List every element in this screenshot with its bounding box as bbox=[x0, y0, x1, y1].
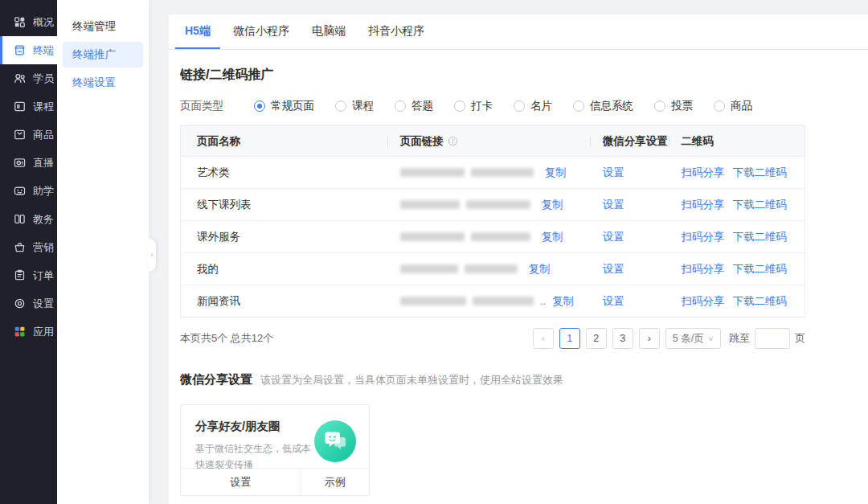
copy-link[interactable]: 复制 bbox=[545, 166, 567, 180]
tab-pc[interactable]: 电脑端 bbox=[302, 14, 355, 49]
qrcode-cell: 扫码分享下载二维码 bbox=[669, 221, 805, 253]
setting-link[interactable]: 设置 bbox=[603, 166, 624, 178]
page-link-cell: ..复制 bbox=[387, 285, 590, 318]
tab-douyin-mini[interactable]: 抖音小程序 bbox=[358, 14, 434, 49]
scan-share-link[interactable]: 扫码分享 bbox=[682, 230, 725, 244]
page-type-radio[interactable]: 名片 bbox=[514, 99, 552, 113]
download-qrcode-link[interactable]: 下载二维码 bbox=[733, 294, 788, 309]
settings-gear-icon bbox=[13, 297, 27, 310]
download-qrcode-link[interactable]: 下载二维码 bbox=[733, 262, 788, 277]
sidebar-collapse-handle[interactable]: ‹ bbox=[148, 238, 156, 272]
redacted-link: 复制 bbox=[400, 198, 590, 212]
radio-option-label: 信息系统 bbox=[590, 99, 633, 113]
wechat-share-setting-cell: 设置 bbox=[590, 285, 669, 318]
next-page-button[interactable]: › bbox=[639, 328, 660, 349]
sidebar-item-academic[interactable]: 教务 bbox=[0, 205, 57, 233]
sidebar-item-courses[interactable]: 课程 bbox=[0, 92, 57, 121]
study-aid-icon bbox=[13, 184, 27, 198]
sidebar-item-label: 商品 bbox=[33, 128, 54, 142]
sidebar-item-label: 营销 bbox=[33, 240, 54, 255]
submenu-item-terminal-manage[interactable]: 终端管理 bbox=[63, 14, 143, 39]
secondary-sidebar: ‹ 终端管理终端推广终端设置 bbox=[57, 0, 149, 504]
table-row: 我的复制设置扫码分享下载二维码 bbox=[181, 253, 805, 285]
blurred-link-segment bbox=[471, 232, 530, 241]
setting-link[interactable]: 设置 bbox=[603, 295, 624, 307]
blurred-link-segment bbox=[400, 200, 460, 209]
wechat-share-title: 微信分享设置 bbox=[180, 372, 252, 387]
sidebar-item-terminal[interactable]: 终端 bbox=[0, 36, 57, 64]
scan-share-link[interactable]: 扫码分享 bbox=[682, 294, 725, 309]
sidebar-item-live[interactable]: 直播 bbox=[0, 149, 57, 177]
prev-page-button[interactable]: ‹ bbox=[533, 328, 554, 349]
page-button-2[interactable]: 2 bbox=[586, 328, 607, 349]
scan-share-link[interactable]: 扫码分享 bbox=[682, 166, 725, 180]
page-type-radio[interactable]: 答题 bbox=[395, 99, 433, 113]
section-title-link-qrcode: 链接/二维码推广 bbox=[180, 67, 805, 84]
sidebar-item-apps[interactable]: 应用 bbox=[0, 318, 57, 346]
page-type-radios: 常规页面课程答题打卡名片信息系统投票商品 bbox=[254, 99, 752, 113]
dashboard-grid-icon bbox=[13, 15, 27, 29]
page-type-radio[interactable]: 信息系统 bbox=[573, 99, 633, 113]
sidebar-item-study[interactable]: 助学 bbox=[0, 177, 57, 205]
submenu-item-terminal-setting[interactable]: 终端设置 bbox=[63, 70, 143, 96]
table-header-3: 微信分享设置 bbox=[590, 126, 669, 157]
scan-share-link[interactable]: 扫码分享 bbox=[682, 262, 725, 277]
copy-link[interactable]: 复制 bbox=[529, 262, 551, 277]
radio-option-label: 常规页面 bbox=[271, 99, 314, 113]
radio-circle-icon bbox=[654, 100, 665, 112]
copy-link[interactable]: 复制 bbox=[542, 230, 563, 244]
page-link-cell: 复制 bbox=[387, 253, 590, 285]
copy-link[interactable]: 复制 bbox=[542, 198, 563, 212]
download-qrcode-link[interactable]: 下载二维码 bbox=[733, 230, 788, 244]
qrcode-links: 扫码分享下载二维码 bbox=[682, 262, 805, 277]
qrcode-cell: 扫码分享下载二维码 bbox=[669, 285, 805, 318]
sidebar-item-label: 终端 bbox=[33, 43, 54, 58]
download-qrcode-link[interactable]: 下载二维码 bbox=[733, 166, 788, 180]
page-button-3[interactable]: 3 bbox=[612, 328, 633, 349]
chevron-right-icon: › bbox=[648, 333, 651, 344]
qrcode-links: 扫码分享下载二维码 bbox=[682, 230, 805, 244]
radio-circle-icon bbox=[514, 100, 525, 112]
course-card-icon bbox=[13, 100, 27, 113]
page-size-select[interactable]: 5 条/页∨ bbox=[665, 328, 721, 349]
sidebar-item-students[interactable]: 学员 bbox=[0, 64, 57, 92]
page-name-cell: 我的 bbox=[181, 253, 387, 285]
page-button-1[interactable]: 1 bbox=[559, 328, 580, 349]
sidebar-item-orders[interactable]: 订单 bbox=[0, 261, 57, 289]
sidebar-item-label: 课程 bbox=[33, 100, 54, 114]
redacted-link: 复制 bbox=[400, 166, 590, 180]
copy-link[interactable]: 复制 bbox=[552, 294, 574, 309]
blurred-link-segment bbox=[473, 297, 534, 305]
sidebar-item-label: 应用 bbox=[33, 325, 54, 339]
qrcode-links: 扫码分享下载二维码 bbox=[682, 166, 805, 180]
tab-h5[interactable]: H5端 bbox=[175, 14, 220, 49]
page-type-radio[interactable]: 打卡 bbox=[454, 99, 493, 113]
redacted-link: 复制 bbox=[400, 262, 590, 277]
setting-link[interactable]: 设置 bbox=[603, 231, 624, 243]
page-type-radio[interactable]: 商品 bbox=[714, 99, 752, 113]
page-type-radio[interactable]: 常规页面 bbox=[254, 99, 314, 113]
table-row: 艺术类复制设置扫码分享下载二维码 bbox=[181, 157, 805, 189]
submenu-item-terminal-promo[interactable]: 终端推广 bbox=[63, 42, 143, 68]
download-qrcode-link[interactable]: 下载二维码 bbox=[733, 198, 788, 212]
page-type-radio[interactable]: 课程 bbox=[335, 99, 374, 113]
sidebar-item-overview[interactable]: 概况 bbox=[0, 8, 57, 36]
jump-page-input[interactable] bbox=[755, 328, 790, 349]
table-header-1: 页面名称 bbox=[181, 126, 387, 157]
blurred-link-segment bbox=[465, 264, 518, 273]
setting-link[interactable]: 设置 bbox=[603, 263, 624, 275]
sidebar-item-marketing[interactable]: 营销 bbox=[0, 233, 57, 261]
scan-share-link[interactable]: 扫码分享 bbox=[682, 198, 725, 212]
tab-wechat-mini[interactable]: 微信小程序 bbox=[223, 14, 299, 49]
jump-to-page: 跳至页 bbox=[729, 328, 805, 349]
pagination-bar: 本页共5个 总共12个 ‹123›5 条/页∨跳至页 bbox=[180, 328, 805, 349]
sidebar-item-label: 教务 bbox=[33, 212, 54, 227]
page-type-radio[interactable]: 投票 bbox=[654, 99, 693, 113]
sidebar-item-label: 设置 bbox=[33, 297, 54, 311]
sidebar-item-settings[interactable]: 设置 bbox=[0, 289, 57, 318]
radio-option-label: 课程 bbox=[352, 99, 374, 113]
setting-link[interactable]: 设置 bbox=[603, 199, 624, 211]
blurred-link-segment bbox=[400, 297, 466, 305]
sidebar-item-goods[interactable]: 商品 bbox=[0, 121, 57, 149]
blurred-link-segment bbox=[466, 200, 530, 209]
